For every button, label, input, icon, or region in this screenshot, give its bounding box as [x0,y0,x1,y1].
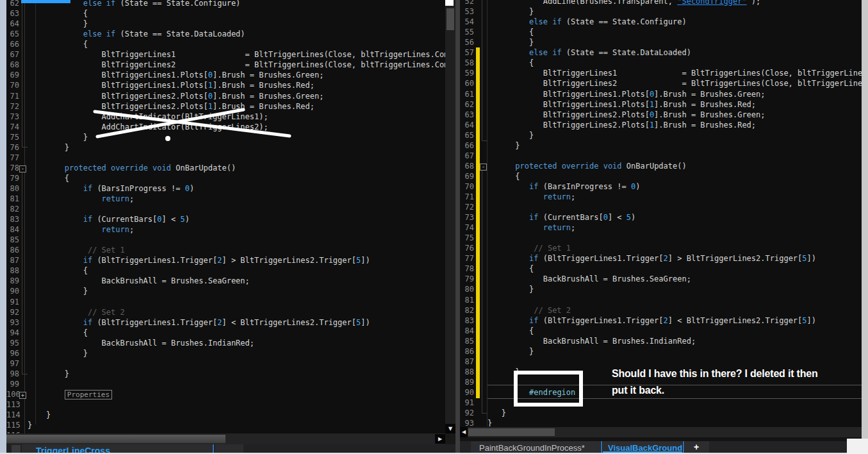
tab-bar-button[interactable] [12,445,20,453]
code-line-75: 75 } [6,132,445,143]
changed-line-bar [476,89,480,100]
code-editor-left[interactable]: 62 else if (State == State.Configure)63 … [6,0,445,433]
changed-line-bar [476,130,480,141]
code-text: { [487,58,534,68]
left-vertical-scrollbar-thumb[interactable] [446,8,454,30]
code-text: BltTriggerLines1.Plots[0].Brush = Brushe… [28,70,323,80]
code-token [487,17,529,26]
code-line-98: 98 } [6,369,445,380]
code-token: BltTriggerLines2.Plots[ [28,102,208,111]
scrollbar-top-highlight[interactable] [445,0,454,6]
changed-line-bar [476,99,480,110]
code-line-99: 99 [6,379,445,390]
code-line-82: 82 // Set 2 [460,305,862,316]
code-line-91: 91 [6,297,445,308]
fold-expand-icon[interactable]: + [19,392,26,399]
changed-line-bar [476,223,480,233]
code-text: } [28,286,88,296]
line-number: 72 [460,202,474,212]
code-token: ] > BltTriggerLines2.Trigger[ [222,256,356,265]
new-tab-button[interactable]: + [685,441,709,453]
line-number: 52 [460,0,474,6]
line-number: 68 [6,60,19,70]
code-line-59: 59 BltTriggerLines1 = BltTriggerLines(Cl… [460,68,862,79]
code-token: { [487,264,534,273]
code-token: 5 [626,213,631,222]
line-number: 74 [6,122,19,132]
code-token: if [529,316,538,325]
changed-line-bar [476,233,480,244]
code-token: { [28,9,88,18]
line-number: 79 [460,274,474,284]
tab-paintbackgroundinprocess[interactable]: PaintBackGroundInProcess* [471,441,600,453]
code-line-65: 65 else if (State == State.DataLoaded) [6,29,445,40]
tab-visualbackground[interactable]: VisualBackGround* [603,441,682,453]
code-token: // Set 2 [28,308,125,317]
code-line-60: 60 BltTriggerLines2 = BltTriggerLines(Cl… [460,78,862,89]
right-horizontal-scrollbar-thumb[interactable] [468,428,555,436]
code-line-62: 62 else if (State == State.Configure) [6,0,445,9]
line-number: 77 [460,253,474,264]
code-line-76: 76 } [6,142,445,153]
left-vertical-scrollbar[interactable] [445,0,455,433]
left-horizontal-scrollbar-thumb[interactable] [6,435,225,443]
code-line-74: 74 return; [460,223,862,233]
code-text: if (BltTriggerLines1.Trigger[2] < BltTri… [487,315,816,326]
code-token [487,162,515,171]
code-token: ] < BltTriggerLines2.Trigger[ [668,316,803,325]
collapsed-region-box[interactable]: Properties [65,390,112,399]
code-token: BltTriggerLines2.Plots[ [28,92,208,101]
code-line-81: 81 [460,295,862,306]
code-text: protected override void OnBarUpdate() [28,163,236,173]
code-text: } [28,410,51,420]
scroll-left-arrow-icon[interactable]: ◀ [460,427,468,437]
code-token: ].Brush = Brushes.Green; [213,92,323,101]
endregion-highlight-box [514,371,583,407]
code-token [106,164,111,172]
line-number: 71 [6,91,19,101]
code-line-67: 67 [460,151,862,162]
scroll-down-arrow-icon[interactable]: ▼ [445,424,455,434]
code-line-71: 71 BltTriggerLines2.Plots[0].Brush = Bru… [6,91,445,102]
changed-line-bar [476,387,480,398]
line-number: 80 [460,284,474,294]
code-token: return [102,225,129,234]
code-token: BackBrushAll = Brushes.IndianRed; [28,339,254,348]
line-number: 65 [6,29,19,39]
code-token [28,225,102,234]
line-number: 70 [460,181,474,192]
code-text: } [487,140,520,151]
code-token: ) [190,184,194,193]
code-token: (State == State.DataLoaded) [562,48,691,57]
line-number: 67 [460,151,474,161]
code-editor-right[interactable]: 52 AddLine(Brushes.Transparent, "SecondT… [460,0,862,426]
fold-collapse-icon[interactable]: - [480,164,487,171]
code-token [487,316,529,325]
changed-line-bar [476,243,480,254]
code-line-63: 63 { [6,8,445,19]
code-text: if (BarsInProgress != 0) [28,183,194,194]
code-token: BltTriggerLines2 = BltTriggerLines(Close… [487,79,862,88]
code-token: { [487,28,534,37]
code-token: // Set 2 [487,306,571,315]
code-token: 5 [180,215,184,224]
code-text: if (CurrentBars[0] < 5) [28,214,190,224]
code-text: } [28,348,88,358]
code-token: 0 [208,92,213,101]
code-token: ) [635,182,640,191]
code-link[interactable]: "SecondTrigger" [677,0,746,6]
scroll-right-arrow-icon[interactable]: ▶ [435,434,445,444]
code-token: ]) [807,254,816,263]
fold-collapse-icon[interactable]: - [19,165,26,172]
code-text: } [487,130,534,140]
code-token: if [83,318,92,327]
code-line-89: 89 BackBrushAll = Brushes.SeaGreen; [6,276,445,287]
code-line-93: 93} [460,418,862,426]
line-number: 100 [6,389,19,399]
code-line-73: 73 if (CurrentBars[0] < 5) [460,212,862,223]
code-text: BackBrushAll = Brushes.IndianRed; [487,336,696,346]
code-token: } [487,408,506,417]
line-number: 69 [6,70,19,80]
tab-label: PaintBackGroundInProcess* [479,443,585,453]
code-token: ]) [361,318,370,327]
